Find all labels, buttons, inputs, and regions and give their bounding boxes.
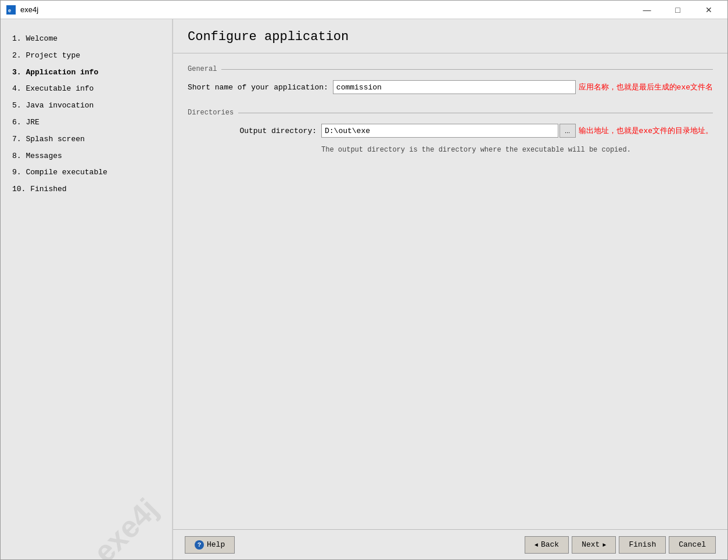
sidebar-item-index: 3.: [12, 68, 26, 77]
sidebar-item-index: 4.: [12, 84, 26, 93]
sidebar-item-executable-info[interactable]: 4. Executable info: [9, 81, 163, 98]
output-dir-input[interactable]: [321, 124, 558, 138]
right-panel: Configure application General Short name…: [172, 19, 727, 559]
sidebar-item-splash-screen[interactable]: 7. Splash screen: [9, 131, 163, 148]
sidebar-item-index: 10.: [12, 185, 30, 193]
output-dir-hint: The output directory is the directory wh…: [321, 143, 713, 154]
svg-text:e: e: [8, 8, 11, 13]
sidebar-item-index: 9.: [12, 168, 26, 177]
sidebar-item-compile-executable[interactable]: 9. Compile executable: [9, 164, 163, 181]
next-arrow-icon: [603, 540, 606, 549]
general-legend: General: [188, 65, 713, 73]
minimize-button[interactable]: —: [634, 4, 660, 16]
back-arrow-icon: [535, 540, 538, 549]
sidebar-item-project-type[interactable]: 2. Project type: [9, 48, 163, 64]
help-icon: ?: [195, 540, 204, 550]
sidebar-item-jre[interactable]: 6. JRE: [9, 114, 163, 131]
back-label: Back: [541, 540, 559, 549]
sidebar-item-welcome[interactable]: 1. Welcome: [9, 31, 163, 48]
app-icon: e: [6, 5, 16, 15]
window: e exe4j — □ ✕ 1. Welcome 2. Project type…: [0, 0, 728, 560]
sidebar-item-index: 6.: [12, 118, 26, 127]
window-controls: — □ ✕: [634, 4, 722, 16]
short-name-row: Short name of your application: 应用名称，也就是…: [188, 80, 713, 94]
help-label: Help: [207, 540, 225, 549]
finish-label: Finish: [629, 540, 656, 549]
directories-legend: Directories: [188, 109, 713, 117]
sidebar-nav: 1. Welcome 2. Project type 3. Applicatio…: [9, 31, 163, 548]
panel-header: Configure application: [173, 19, 727, 53]
output-dir-input-group: ...: [321, 124, 576, 138]
maximize-button[interactable]: □: [665, 4, 691, 16]
panel-title: Configure application: [188, 30, 713, 44]
sidebar-item-index: 5.: [12, 101, 26, 110]
browse-button[interactable]: ...: [560, 124, 576, 138]
sidebar-item-index: 8.: [12, 152, 26, 160]
close-button[interactable]: ✕: [695, 4, 722, 16]
short-name-input[interactable]: [333, 80, 576, 94]
general-section: General Short name of your application: …: [188, 65, 713, 94]
output-dir-label: Output directory:: [188, 127, 321, 135]
window-title: exe4j: [20, 5, 634, 14]
directories-section: Directories Output directory: ... 输出地址，也…: [188, 109, 713, 154]
bottom-bar: ? Help Back Next Finish: [173, 529, 727, 559]
sidebar: 1. Welcome 2. Project type 3. Applicatio…: [1, 19, 172, 559]
sidebar-item-index: 1.: [12, 34, 26, 43]
output-dir-row: Output directory: ... 输出地址，也就是exe文件的目录地址…: [188, 124, 713, 138]
sidebar-item-index: 2.: [12, 51, 26, 60]
next-button[interactable]: Next: [572, 536, 616, 554]
cancel-button[interactable]: Cancel: [669, 536, 716, 554]
nav-buttons: Back Next Finish Cancel: [525, 536, 716, 554]
help-button[interactable]: ? Help: [185, 536, 235, 554]
short-name-annotation: 应用名称，也就是最后生成的exe文件名: [579, 82, 713, 92]
back-button[interactable]: Back: [525, 536, 569, 554]
sidebar-item-application-info[interactable]: 3. Application info: [9, 64, 163, 81]
finish-button[interactable]: Finish: [619, 536, 666, 554]
short-name-label: Short name of your application:: [188, 83, 333, 92]
main-content: 1. Welcome 2. Project type 3. Applicatio…: [1, 19, 727, 559]
next-label: Next: [582, 540, 600, 549]
sidebar-item-java-invocation[interactable]: 5. Java invocation: [9, 98, 163, 114]
sidebar-item-index: 7.: [12, 135, 26, 143]
sidebar-item-messages[interactable]: 8. Messages: [9, 148, 163, 165]
titlebar: e exe4j — □ ✕: [1, 1, 727, 19]
sidebar-item-finished[interactable]: 10. Finished: [9, 181, 163, 198]
cancel-label: Cancel: [679, 540, 706, 549]
panel-body: General Short name of your application: …: [173, 53, 727, 529]
output-dir-annotation: 输出地址，也就是exe文件的目录地址。: [579, 125, 713, 136]
